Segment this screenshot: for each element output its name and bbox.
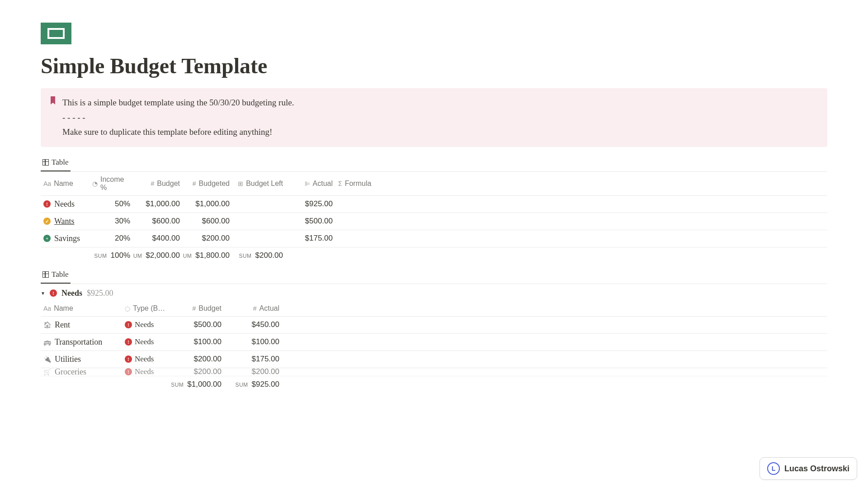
plug-icon: 🔌 xyxy=(43,355,51,363)
cell-income: 20% xyxy=(90,234,133,243)
bus-icon: 🚌 xyxy=(43,338,51,346)
cell-actual: $200.00 xyxy=(224,368,282,376)
alert-icon: ! xyxy=(125,368,132,375)
alert-icon: ! xyxy=(125,321,132,328)
table1-sum-row: SUM100% UM$2,000.00 UM$1,800.00 SUM$200.… xyxy=(41,247,827,264)
cell-budget: $400.00 xyxy=(133,234,183,243)
text-icon: Aa xyxy=(43,180,51,187)
alert-icon: ! xyxy=(50,289,57,297)
sum-budget: $2,000.00 xyxy=(146,251,180,260)
home-icon: 🏠 xyxy=(43,321,51,329)
col-actual[interactable]: ⊫Actual xyxy=(286,175,335,192)
cell-income: 30% xyxy=(90,217,133,226)
rollup-icon: ⊞ xyxy=(238,180,243,187)
page-title: Simple Budget Template xyxy=(41,53,827,78)
table2-sum-row: SUM$1,000.00 SUM$925.00 xyxy=(41,376,827,393)
tab-label: Table xyxy=(52,270,69,279)
table-row[interactable]: 🔌Utilities!Needs$200.00$175.00 xyxy=(41,351,827,368)
table-grid-icon xyxy=(42,159,49,166)
cell-actual: $100.00 xyxy=(224,337,282,346)
table2-tabs: Table xyxy=(41,267,827,284)
cell-budgeted: $600.00 xyxy=(183,217,232,226)
col2-type[interactable]: ◌Type (B… xyxy=(122,304,171,313)
cell-budget: $500.00 xyxy=(171,320,224,329)
cell-actual: $450.00 xyxy=(224,320,282,329)
cell-budget: $600.00 xyxy=(133,217,183,226)
cell-actual: $500.00 xyxy=(286,217,335,226)
cell-type: Needs xyxy=(135,355,154,364)
col-name[interactable]: AaName xyxy=(41,175,90,192)
row-name: Rent xyxy=(55,320,70,330)
text-icon: Aa xyxy=(43,305,51,312)
tab-label: Table xyxy=(52,158,69,167)
page-dollar-icon[interactable] xyxy=(41,23,71,44)
col-budget[interactable]: #Budget xyxy=(133,175,183,192)
hash-icon: # xyxy=(151,180,154,187)
table1-tabs: Table xyxy=(41,155,827,172)
cell-income: 50% xyxy=(90,199,133,208)
status-icon: ✓ xyxy=(43,218,51,225)
row-name: Needs xyxy=(54,199,75,209)
group-amount: $925.00 xyxy=(87,289,113,298)
user-name: Lucas Ostrowski xyxy=(784,464,849,474)
table-row[interactable]: !Needs50%$1,000.00$1,000.00$925.00 xyxy=(41,196,827,213)
rollup-icon: ⊫ xyxy=(305,180,310,187)
callout-line-2: Make sure to duplicate this template bef… xyxy=(62,126,294,139)
formula-icon: Σ xyxy=(338,180,342,187)
hash-icon: # xyxy=(192,305,196,312)
row-name: Savings xyxy=(54,234,80,243)
col-budget-left[interactable]: ⊞Budget Left xyxy=(232,175,286,192)
group-name: Needs xyxy=(61,289,82,298)
col-budgeted[interactable]: #Budgeted xyxy=(183,175,232,192)
sum-budgeted: $1,800.00 xyxy=(195,251,230,260)
col2-actual[interactable]: #Actual xyxy=(224,304,282,313)
cell-actual: $925.00 xyxy=(286,199,335,208)
col-income[interactable]: ◔Income % xyxy=(90,175,133,192)
tab-table-2[interactable]: Table xyxy=(41,267,71,284)
relation-icon: ◌ xyxy=(125,305,130,312)
alert-icon: ! xyxy=(125,355,132,363)
cell-actual: $175.00 xyxy=(286,234,335,243)
callout-dashes: - - - - - xyxy=(62,111,294,124)
row-name: Groceries xyxy=(55,368,86,376)
table2-header-row: AaName ◌Type (B… #Budget #Actual xyxy=(41,301,827,317)
cell-budgeted: $200.00 xyxy=(183,234,232,243)
tab-table-1[interactable]: Table xyxy=(41,155,71,171)
table-row[interactable]: 🛒Groceries!Needs$200.00$200.00 xyxy=(41,368,827,376)
col-formula[interactable]: ΣFormula xyxy=(335,175,390,192)
cell-budget: $100.00 xyxy=(171,337,224,346)
triangle-down-icon[interactable]: ▼ xyxy=(41,291,45,296)
status-icon: + xyxy=(43,235,51,242)
row-name: Wants xyxy=(54,217,75,226)
cell-budgeted: $1,000.00 xyxy=(183,199,232,208)
sum-income: 100% xyxy=(111,251,130,260)
callout-block: This is a simple budget template using t… xyxy=(41,88,827,147)
table-row[interactable]: 🏠Rent!Needs$500.00$450.00 xyxy=(41,317,827,334)
col2-budget[interactable]: #Budget xyxy=(171,304,224,313)
sum2-actual: $925.00 xyxy=(252,380,279,389)
cell-budget: $200.00 xyxy=(171,368,224,376)
callout-line-1: This is a simple budget template using t… xyxy=(62,96,294,109)
cell-type: Needs xyxy=(135,337,154,346)
cell-budget: $200.00 xyxy=(171,355,224,364)
bookmark-icon xyxy=(50,96,56,139)
cell-actual: $175.00 xyxy=(224,355,282,364)
cell-budget: $1,000.00 xyxy=(133,199,183,208)
cell-type: Needs xyxy=(135,368,154,376)
cell-type: Needs xyxy=(135,320,154,329)
user-badge[interactable]: L Lucas Ostrowski xyxy=(760,457,857,480)
table-row[interactable]: ✓Wants30%$600.00$600.00$500.00 xyxy=(41,213,827,230)
row-name: Utilities xyxy=(55,355,81,364)
status-icon: ! xyxy=(43,200,51,208)
row-name: Transportation xyxy=(55,337,102,347)
table-grid-icon xyxy=(42,271,49,278)
group-needs-header[interactable]: ▼ ! Needs $925.00 xyxy=(41,284,827,301)
hash-icon: # xyxy=(253,305,257,312)
pie-icon: ◔ xyxy=(92,180,98,187)
table-row[interactable]: +Savings20%$400.00$200.00$175.00 xyxy=(41,230,827,247)
alert-icon: ! xyxy=(125,338,132,346)
hash-icon: # xyxy=(193,180,196,187)
user-avatar-icon: L xyxy=(767,462,780,475)
col2-name[interactable]: AaName xyxy=(41,304,122,313)
table-row[interactable]: 🚌Transportation!Needs$100.00$100.00 xyxy=(41,334,827,351)
